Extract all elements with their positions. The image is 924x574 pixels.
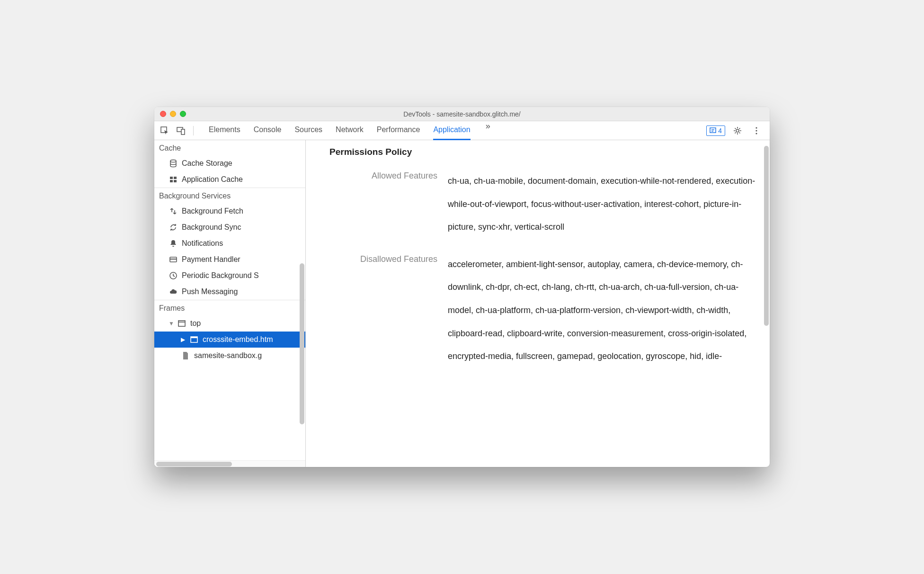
sidebar-horizontal-scrollbar[interactable] [154, 460, 305, 467]
tab-elements[interactable]: Elements [209, 121, 240, 140]
svg-point-7 [755, 133, 757, 134]
document-icon [181, 351, 190, 360]
sidebar-item-payment-handler[interactable]: Payment Handler [154, 251, 305, 268]
window-title: DevTools - samesite-sandbox.glitch.me/ [154, 110, 770, 118]
allowed-features-row: Allowed Features ch-ua, ch-ua-mobile, do… [329, 170, 759, 239]
clock-icon [169, 271, 178, 280]
disallowed-features-value: accelerometer, ambient-light-sensor, aut… [448, 253, 759, 368]
sidebar-item-background-sync[interactable]: Background Sync [154, 219, 305, 235]
device-toolbar-icon[interactable] [174, 124, 187, 137]
svg-rect-16 [178, 321, 185, 326]
chevron-down-icon: ▼ [169, 320, 173, 327]
card-icon [169, 255, 178, 264]
allowed-features-value: ch-ua, ch-ua-mobile, document-domain, ex… [448, 170, 759, 239]
issues-count: 4 [718, 127, 722, 135]
svg-point-4 [736, 129, 739, 132]
main-panel: Permissions Policy Allowed Features ch-u… [306, 140, 770, 467]
frame-crosssite-embed[interactable]: ▶ crosssite-embed.htm [154, 332, 305, 348]
tab-sources[interactable]: Sources [294, 121, 322, 140]
svg-point-6 [755, 130, 757, 131]
tab-performance[interactable]: Performance [377, 121, 420, 140]
sync-icon [169, 223, 178, 232]
frame-top[interactable]: ▼ top [154, 315, 305, 332]
sidebar-item-push-messaging[interactable]: Push Messaging [154, 284, 305, 300]
toolbar-right: 4 [706, 124, 766, 137]
svg-point-8 [170, 160, 176, 162]
svg-point-5 [755, 127, 757, 128]
svg-rect-12 [174, 180, 177, 182]
tab-application[interactable]: Application [433, 121, 470, 140]
inspect-element-icon[interactable] [158, 124, 171, 137]
bell-icon [169, 239, 178, 248]
svg-rect-14 [170, 259, 177, 260]
iframe-icon [189, 335, 199, 344]
svg-rect-11 [170, 180, 173, 182]
toolbar-divider [193, 126, 194, 135]
svg-rect-10 [174, 177, 177, 179]
sidebar: Cache Cache Storage Application Cache Ba… [154, 140, 306, 467]
allowed-features-label: Allowed Features [329, 170, 448, 239]
issues-icon [710, 127, 716, 134]
titlebar: DevTools - samesite-sandbox.glitch.me/ [154, 107, 770, 121]
devtools-window: DevTools - samesite-sandbox.glitch.me/ E… [154, 107, 770, 467]
svg-rect-2 [181, 129, 185, 135]
sidebar-scrollbar[interactable] [300, 263, 304, 424]
chevron-right-icon: ▶ [181, 336, 186, 343]
svg-rect-3 [710, 128, 716, 133]
sidebar-item-periodic-sync[interactable]: Periodic Background S [154, 268, 305, 284]
tab-network[interactable]: Network [336, 121, 364, 140]
grid-icon [169, 175, 178, 184]
content-area: Cache Cache Storage Application Cache Ba… [154, 140, 770, 467]
more-menu-icon[interactable] [750, 124, 763, 137]
database-icon [169, 159, 178, 168]
frame-document[interactable]: samesite-sandbox.g [154, 348, 305, 364]
sidebar-section-frames: Frames [154, 300, 305, 315]
cloud-icon [169, 287, 178, 296]
toolbar: Elements Console Sources Network Perform… [154, 121, 770, 140]
svg-rect-19 [191, 337, 197, 338]
fetch-icon [169, 207, 178, 215]
panel-tabs: Elements Console Sources Network Perform… [209, 121, 703, 140]
sidebar-item-application-cache[interactable]: Application Cache [154, 171, 305, 188]
main-scrollbar[interactable] [764, 146, 769, 326]
settings-icon[interactable] [731, 124, 744, 137]
window-icon [177, 319, 187, 328]
sidebar-item-cache-storage[interactable]: Cache Storage [154, 155, 305, 171]
svg-rect-9 [170, 177, 173, 179]
permissions-policy-heading: Permissions Policy [329, 147, 759, 157]
tab-console[interactable]: Console [254, 121, 282, 140]
disallowed-features-row: Disallowed Features accelerometer, ambie… [329, 253, 759, 368]
sidebar-item-notifications[interactable]: Notifications [154, 235, 305, 251]
sidebar-section-background-services: Background Services [154, 188, 305, 203]
sidebar-item-background-fetch[interactable]: Background Fetch [154, 203, 305, 219]
issues-badge[interactable]: 4 [706, 126, 725, 136]
disallowed-features-label: Disallowed Features [329, 253, 448, 368]
sidebar-section-cache: Cache [154, 140, 305, 155]
more-tabs-icon[interactable]: » [484, 121, 492, 140]
